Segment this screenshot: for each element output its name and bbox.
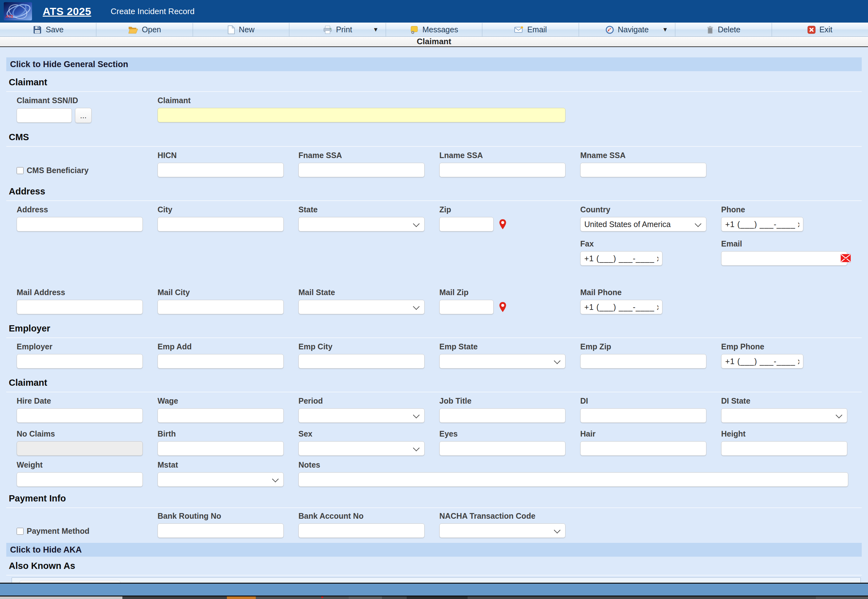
birth-field: Birth	[157, 430, 284, 456]
state-label: State	[299, 205, 424, 214]
save-icon	[33, 25, 42, 35]
state-field: State	[299, 205, 424, 232]
zip-input[interactable]	[439, 217, 494, 232]
zip-label: Zip	[439, 205, 566, 214]
hicn-input[interactable]	[157, 163, 284, 177]
emp-zip-input[interactable]	[580, 354, 706, 369]
fax-input[interactable]	[580, 251, 663, 266]
save-label: Save	[46, 25, 64, 34]
payment-method-field: Payment Method	[17, 512, 143, 538]
hair-input[interactable]	[580, 441, 706, 456]
trash-icon	[706, 26, 714, 34]
claimant-ssn-input[interactable]	[17, 108, 72, 123]
fax-label: Fax	[580, 239, 706, 248]
notes-input[interactable]	[299, 472, 848, 487]
cms-beneficiary-field: CMS Beneficiary	[17, 151, 143, 177]
phone-input[interactable]	[721, 217, 803, 232]
address-section-heading: Address	[6, 186, 862, 201]
chevron-down-icon[interactable]: ▾	[663, 26, 667, 33]
lname-ssa-field: Lname SSA	[439, 151, 566, 177]
emp-add-label: Emp Add	[157, 342, 284, 351]
mail-zip-input[interactable]	[439, 300, 494, 314]
print-label: Print	[336, 25, 352, 34]
email-icon	[514, 26, 524, 33]
app-header: ATS ATS 2025 Create Incident Record	[0, 0, 868, 23]
chevron-down-icon[interactable]: ▾	[374, 26, 377, 33]
sex-select[interactable]	[299, 441, 424, 456]
height-input[interactable]	[721, 441, 847, 456]
bank-routing-input[interactable]	[157, 524, 284, 538]
delete-button[interactable]: Delete	[675, 23, 772, 36]
fname-ssa-input[interactable]	[299, 163, 424, 177]
city-field: City	[157, 205, 284, 232]
ssn-browse-button[interactable]: ...	[75, 108, 92, 123]
city-input[interactable]	[157, 217, 284, 232]
eyes-label: Eyes	[439, 430, 566, 438]
hire-date-field: Hire Date	[17, 397, 143, 423]
navigate-compass-icon	[605, 26, 614, 34]
state-select[interactable]	[299, 217, 424, 232]
mstat-select[interactable]	[157, 472, 284, 487]
app-title[interactable]: ATS 2025	[43, 5, 91, 18]
emp-add-input[interactable]	[157, 354, 284, 369]
toolbar: Save Open New Print ▾ Messages Email Nav…	[0, 23, 868, 37]
location-pin-icon[interactable]	[499, 219, 507, 230]
country-select[interactable]: United States of America	[580, 217, 706, 232]
mname-ssa-input[interactable]	[580, 163, 706, 177]
phone-field: Phone	[721, 205, 847, 232]
wage-input[interactable]	[157, 408, 284, 423]
print-button[interactable]: Print ▾	[289, 23, 386, 36]
emp-city-input[interactable]	[299, 354, 424, 369]
location-pin-icon[interactable]	[499, 302, 507, 312]
country-field: Country United States of America	[580, 205, 706, 232]
period-select[interactable]	[299, 408, 424, 423]
general-section-toggle[interactable]: Click to Hide General Section	[6, 57, 862, 71]
emp-phone-input[interactable]	[721, 354, 803, 369]
save-button[interactable]: Save	[0, 23, 96, 36]
claimant-name-input[interactable]	[157, 108, 566, 122]
birth-input[interactable]	[157, 441, 284, 456]
mname-ssa-field: Mname SSA	[580, 151, 706, 177]
emp-add-field: Emp Add	[157, 342, 284, 369]
job-title-input[interactable]	[439, 408, 566, 423]
mail-state-label: Mail State	[299, 288, 424, 296]
payment-method-checkbox[interactable]	[17, 528, 24, 535]
emp-state-select[interactable]	[439, 354, 566, 369]
mail-city-input[interactable]	[157, 300, 284, 314]
cms-beneficiary-checkbox[interactable]	[17, 167, 24, 174]
employer-input[interactable]	[17, 354, 143, 369]
eyes-input[interactable]	[439, 441, 566, 456]
lname-ssa-input[interactable]	[439, 163, 566, 177]
taskbar-segment	[322, 596, 323, 598]
bank-routing-label: Bank Routing No	[157, 512, 284, 520]
email-input[interactable]	[721, 251, 847, 266]
mail-address-input[interactable]	[17, 300, 143, 314]
email-button[interactable]: Email	[482, 23, 579, 36]
claimant-ssn-field: Claimant SSN/ID ...	[17, 96, 143, 123]
address-input[interactable]	[17, 217, 143, 232]
weight-field: Weight	[17, 461, 143, 487]
messages-button[interactable]: Messages	[386, 23, 482, 36]
di-input[interactable]	[580, 408, 706, 423]
bank-account-input[interactable]	[299, 524, 424, 538]
no-claims-label: No Claims	[17, 430, 143, 438]
taskbar-segment	[816, 596, 868, 599]
mstat-field: Mstat	[157, 461, 284, 487]
aka-section-toggle[interactable]: Click to Hide AKA	[6, 543, 862, 557]
di-state-select[interactable]	[721, 408, 847, 423]
hire-date-input[interactable]	[17, 408, 143, 423]
navigate-button[interactable]: Navigate ▾	[579, 23, 675, 36]
exit-button[interactable]: Exit	[772, 23, 868, 36]
emp-city-label: Emp City	[299, 342, 424, 351]
open-button[interactable]: Open	[96, 23, 193, 36]
mail-state-select[interactable]	[299, 300, 424, 314]
employer-field: Employer	[17, 342, 143, 369]
nacha-code-select[interactable]	[439, 524, 566, 538]
payment-section-heading: Payment Info	[6, 493, 862, 508]
mail-phone-input[interactable]	[580, 300, 663, 314]
weight-label: Weight	[17, 461, 143, 469]
new-button[interactable]: New	[193, 23, 289, 36]
delete-label: Delete	[718, 25, 740, 34]
cms-section-heading: CMS	[6, 132, 862, 147]
weight-input[interactable]	[17, 472, 143, 487]
